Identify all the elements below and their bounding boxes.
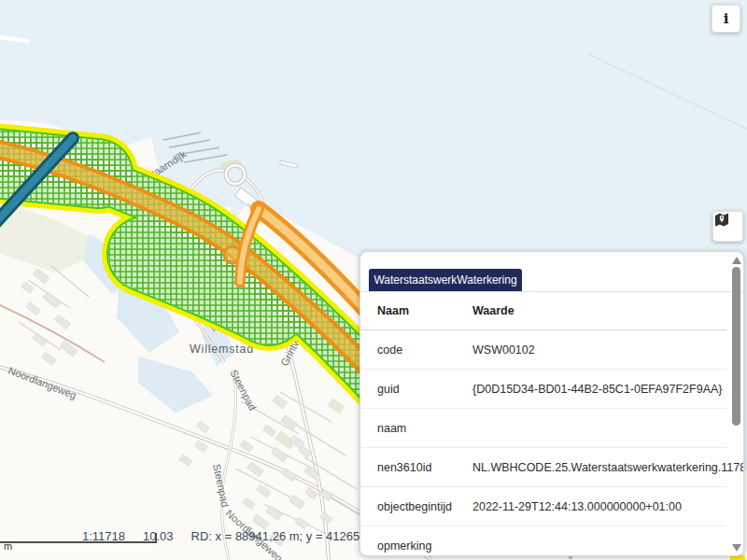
- table-row: guid {D0D15D34-BD01-44B2-85C1-0EFA97F2F9…: [360, 370, 726, 409]
- table-row: code WSW00102: [360, 330, 726, 370]
- attribute-value: WSW00102: [472, 343, 726, 357]
- place-label: Willemstad: [190, 343, 254, 356]
- scroll-up-icon[interactable]: [732, 257, 741, 264]
- attribute-table-body: code WSW00102 guid {D0D15D34-BD01-44B2-8…: [360, 330, 743, 556]
- attribute-value: {D0D15D34-BD01-44B2-85C1-0EFA97F2F9AA}: [472, 383, 726, 396]
- scale-ratio: 1:11718: [82, 529, 125, 543]
- panel-scrollbar[interactable]: [732, 267, 740, 426]
- column-header-naam: Naam: [360, 304, 472, 317]
- column-header-waarde: Waarde: [472, 304, 726, 317]
- attribute-table-header: Naam Waarde: [360, 292, 726, 330]
- map-marker-icon: [713, 212, 730, 228]
- attribute-name: objectbegintijd: [360, 500, 472, 513]
- table-row: objectbegintijd 2022-11-29T12:44:13.0000…: [360, 487, 726, 526]
- gis-viewer: Lantaarndijk Voorstraat Landpoortstraat …: [0, 0, 747, 560]
- attribute-name: guid: [360, 383, 472, 396]
- map-fragment: [569, 556, 572, 559]
- attribute-value: 2022-11-29T12:44:13.000000000+01:00: [472, 500, 726, 513]
- info-icon: i: [724, 10, 729, 27]
- scale-bar-unit: m: [4, 540, 12, 552]
- tab-waterstaatswerkwaterkering[interactable]: WaterstaatswerkWaterkering: [369, 269, 522, 291]
- panel-tab-bar: WaterstaatswerkWaterkering: [360, 252, 743, 292]
- attribute-name: naam: [360, 422, 472, 435]
- attribute-name: opmerking: [360, 539, 472, 553]
- table-row: opmerking: [360, 526, 726, 556]
- scroll-down-icon[interactable]: [732, 544, 741, 552]
- attribute-name: code: [360, 343, 472, 357]
- feature-info-panel: WaterstaatswerkWaterkering Naam Waarde c…: [359, 251, 744, 556]
- info-button[interactable]: i: [712, 5, 740, 33]
- table-row: nen3610id NL.WBHCODE.25.Waterstaatswerkw…: [360, 448, 726, 487]
- legend-map-button[interactable]: [712, 211, 743, 242]
- attribute-name: nen3610id: [360, 461, 472, 474]
- status-bar: 1:11718 10.03 RD: x = 88941,26 m; y = 41…: [82, 529, 397, 543]
- table-row: naam: [360, 409, 726, 448]
- zoom-level: 10.03: [143, 529, 174, 543]
- attribute-value: NL.WBHCODE.25.Waterstaatswerkwaterkering…: [472, 461, 744, 474]
